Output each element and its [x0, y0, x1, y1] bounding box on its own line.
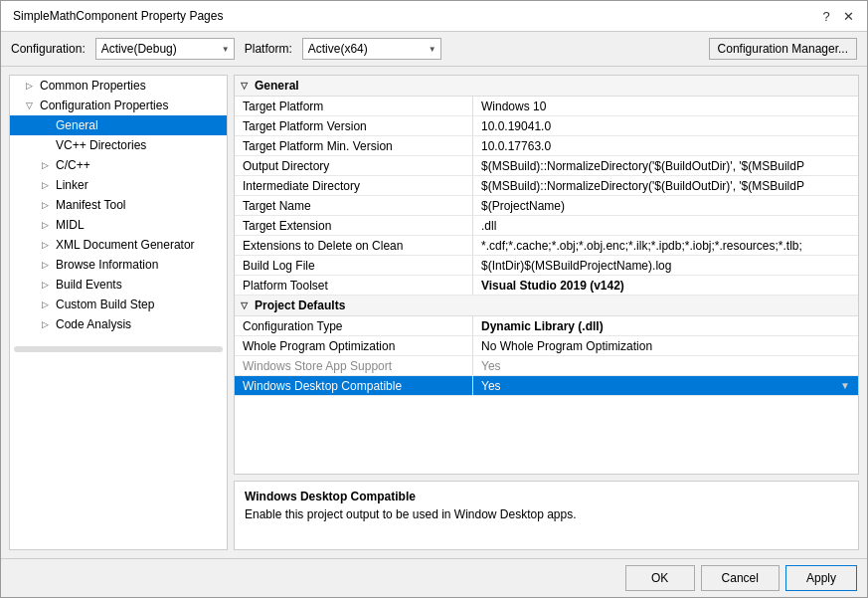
- prop-name: Extensions to Delete on Clean: [235, 236, 473, 255]
- table-row[interactable]: Windows Desktop Compatible Yes ▼: [235, 376, 858, 396]
- prop-name: Target Name: [235, 196, 473, 215]
- prop-name: Target Platform Min. Version: [235, 136, 473, 155]
- main-content: ▷ Common Properties ▽ Configuration Prop…: [1, 67, 867, 558]
- prop-value: No Whole Program Optimization: [473, 336, 858, 355]
- sidebar-item-common-properties[interactable]: ▷ Common Properties: [10, 76, 227, 96]
- info-title: Windows Desktop Compatible: [245, 490, 848, 503]
- help-button[interactable]: ?: [819, 9, 833, 23]
- prop-value: $(IntDir)$(MSBuildProjectName).log: [473, 256, 858, 275]
- sidebar-item-vc-directories[interactable]: VC++ Directories: [10, 135, 227, 155]
- sidebar-item-custom-build-step[interactable]: ▷ Custom Build Step: [10, 295, 227, 314]
- collapse-icon: ▽: [241, 81, 255, 91]
- expand-icon: ▽: [26, 100, 40, 110]
- expand-icon: ▷: [42, 180, 56, 190]
- table-row[interactable]: Configuration Type Dynamic Library (.dll…: [235, 316, 858, 336]
- table-row[interactable]: Target Platform Windows 10: [235, 97, 858, 116]
- prop-value: Yes: [473, 356, 858, 375]
- prop-name: Windows Store App Support: [235, 356, 473, 375]
- right-panel: ▽ General Target Platform Windows 10 Tar…: [234, 75, 859, 550]
- sidebar-item-label: Configuration Properties: [40, 99, 223, 112]
- sidebar-item-label: MIDL: [56, 218, 223, 232]
- ok-button[interactable]: OK: [625, 565, 695, 591]
- sidebar-item-label: Build Events: [56, 278, 223, 292]
- section-general[interactable]: ▽ General: [235, 76, 858, 97]
- prop-name: Target Platform Version: [235, 116, 473, 135]
- expand-icon: ▷: [42, 280, 56, 290]
- config-manager-button[interactable]: Configuration Manager...: [709, 38, 857, 60]
- prop-name: Build Log File: [235, 256, 473, 275]
- sidebar-item-label: C/C++: [56, 158, 223, 172]
- collapse-icon: ▽: [241, 300, 255, 310]
- table-row[interactable]: Windows Store App Support Yes: [235, 356, 858, 376]
- sidebar-item-linker[interactable]: ▷ Linker: [10, 175, 227, 195]
- prop-value: Yes ▼: [473, 376, 858, 395]
- config-label: Configuration:: [11, 42, 86, 56]
- dialog-title: SimpleMathComponent Property Pages: [13, 9, 223, 23]
- info-description: Enable this project output to be used in…: [245, 507, 848, 521]
- table-row[interactable]: Extensions to Delete on Clean *.cdf;*.ca…: [235, 236, 858, 256]
- close-button[interactable]: ✕: [841, 9, 855, 23]
- left-scrollbar[interactable]: [14, 346, 223, 352]
- sidebar-item-config-properties[interactable]: ▽ Configuration Properties: [10, 96, 227, 115]
- sidebar-item-label: Manifest Tool: [56, 198, 223, 212]
- tree-panel: ▷ Common Properties ▽ Configuration Prop…: [9, 75, 228, 550]
- prop-value: Visual Studio 2019 (v142): [473, 276, 858, 295]
- table-row[interactable]: Target Platform Version 10.0.19041.0: [235, 116, 858, 136]
- expand-icon: ▷: [42, 200, 56, 210]
- expand-icon: ▷: [42, 160, 56, 170]
- prop-name: Target Extension: [235, 216, 473, 235]
- config-bar: Configuration: Active(Debug) Platform: A…: [1, 32, 867, 67]
- table-row[interactable]: Whole Program Optimization No Whole Prog…: [235, 336, 858, 356]
- sidebar-item-cpp[interactable]: ▷ C/C++: [10, 155, 227, 175]
- expand-icon: ▷: [42, 260, 56, 270]
- sidebar-item-label: Linker: [56, 178, 223, 192]
- table-row[interactable]: Target Name $(ProjectName): [235, 196, 858, 216]
- sidebar-item-manifest-tool[interactable]: ▷ Manifest Tool: [10, 195, 227, 215]
- section-project-defaults[interactable]: ▽ Project Defaults: [235, 296, 858, 316]
- title-bar: SimpleMathComponent Property Pages ? ✕: [1, 1, 867, 32]
- table-row[interactable]: Output Directory $(MSBuild)::NormalizeDi…: [235, 156, 858, 176]
- config-select[interactable]: Active(Debug): [95, 38, 235, 60]
- platform-label: Platform:: [245, 42, 292, 56]
- sidebar-item-label: General: [56, 118, 223, 132]
- prop-name: Output Directory: [235, 156, 473, 175]
- prop-value: .dll: [473, 216, 858, 235]
- sidebar-item-build-events[interactable]: ▷ Build Events: [10, 275, 227, 295]
- table-row[interactable]: Build Log File $(IntDir)$(MSBuildProject…: [235, 256, 858, 276]
- prop-value: Windows 10: [473, 97, 858, 115]
- table-row[interactable]: Intermediate Directory $(MSBuild)::Norma…: [235, 176, 858, 196]
- dialog-window: SimpleMathComponent Property Pages ? ✕ C…: [0, 0, 868, 598]
- sidebar-item-label: Custom Build Step: [56, 298, 223, 311]
- prop-value: 10.0.19041.0: [473, 116, 858, 135]
- prop-value: $(MSBuild)::NormalizeDirectory('$(BuildO…: [473, 156, 858, 175]
- expand-icon: ▷: [42, 299, 56, 309]
- sidebar-item-label: Browse Information: [56, 258, 223, 272]
- prop-name: Whole Program Optimization: [235, 336, 473, 355]
- prop-value: $(ProjectName): [473, 196, 858, 215]
- platform-select[interactable]: Active(x64): [302, 38, 441, 60]
- prop-name: Windows Desktop Compatible: [235, 376, 473, 395]
- sidebar-item-code-analysis[interactable]: ▷ Code Analysis: [10, 314, 227, 334]
- prop-value: 10.0.17763.0: [473, 136, 858, 155]
- table-row[interactable]: Target Extension .dll: [235, 216, 858, 236]
- table-row[interactable]: Target Platform Min. Version 10.0.17763.…: [235, 136, 858, 156]
- expand-icon: ▷: [42, 319, 56, 329]
- platform-select-wrapper[interactable]: Active(x64): [302, 38, 441, 60]
- info-panel: Windows Desktop Compatible Enable this p…: [234, 481, 859, 550]
- sidebar-item-label: Common Properties: [40, 79, 223, 93]
- sidebar-item-browse-information[interactable]: ▷ Browse Information: [10, 255, 227, 275]
- sidebar-item-xml-doc-generator[interactable]: ▷ XML Document Generator: [10, 235, 227, 255]
- bottom-bar: OK Cancel Apply: [1, 558, 867, 597]
- cancel-button[interactable]: Cancel: [701, 565, 780, 591]
- sidebar-item-midl[interactable]: ▷ MIDL: [10, 215, 227, 235]
- sidebar-item-label: XML Document Generator: [56, 238, 223, 252]
- prop-value: Dynamic Library (.dll): [473, 316, 858, 335]
- properties-grid: ▽ General Target Platform Windows 10 Tar…: [234, 75, 859, 475]
- config-select-wrapper[interactable]: Active(Debug): [95, 38, 235, 60]
- expand-icon: ▷: [42, 240, 56, 250]
- sidebar-item-label: VC++ Directories: [56, 138, 223, 152]
- apply-button[interactable]: Apply: [785, 565, 857, 591]
- table-row[interactable]: Platform Toolset Visual Studio 2019 (v14…: [235, 276, 858, 296]
- prop-value: $(MSBuild)::NormalizeDirectory('$(BuildO…: [473, 176, 858, 195]
- sidebar-item-general[interactable]: General: [10, 115, 227, 135]
